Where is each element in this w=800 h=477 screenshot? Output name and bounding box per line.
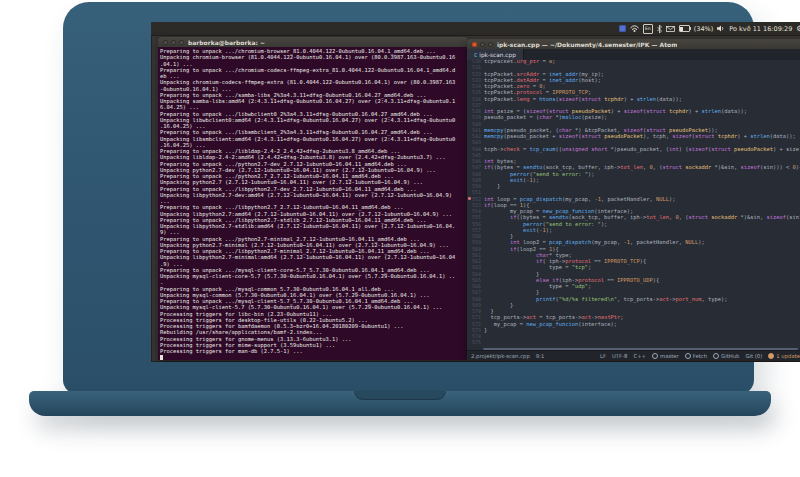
terminal-window: barborka@barborka: ~ Preparing to unpack… xyxy=(158,37,468,360)
atom-status-bar: 2.projekt/ipk-scan.cpp 9:1 LFUTF-8C++mas… xyxy=(467,350,800,360)
terminal-line: Preparing to unpack .../libwbclient0_2%3… xyxy=(160,111,468,117)
battery-icon[interactable] xyxy=(679,25,690,32)
status-item-git[interactable]: Git (0) xyxy=(745,353,762,359)
terminal-prompt-line xyxy=(160,354,468,360)
session-gear-icon[interactable]: ⚙ xyxy=(796,25,800,33)
terminal-line: Unpacking libldap-2.4-2:amd64 (2.4.42+df… xyxy=(160,154,468,160)
minimize-button[interactable] xyxy=(480,42,485,47)
atom-tab-bar: C ipk-scan.cpp xyxy=(467,49,800,60)
laptop-base-notch xyxy=(354,391,446,400)
package-update-icon xyxy=(768,353,774,359)
tab-label: ipk-scan.cpp xyxy=(479,52,516,58)
window-buttons xyxy=(472,42,493,47)
mail-icon[interactable] xyxy=(666,26,675,32)
terminal-line: Unpacking libpython2.7-dev:amd64 (2.7.12… xyxy=(160,192,468,198)
code-editor[interactable]: 530tcpPacket.urg_ptr = 0;531 532tcpPacke… xyxy=(467,60,800,351)
maximize-button[interactable] xyxy=(488,42,493,47)
status-item-line-ending[interactable]: LF xyxy=(600,353,606,359)
terminal-line: Preparing to unpack .../libsmbclient_2%3… xyxy=(160,129,468,135)
terminal-line: Unpacking python2.7 (2.7.12-1ubuntu0~16.… xyxy=(160,179,468,185)
status-file-path[interactable]: 2.projekt/ipk-scan.cpp xyxy=(471,353,530,359)
maximize-button[interactable] xyxy=(179,40,184,45)
atom-titlebar[interactable]: ipk-scan.cpp — ~/Dokumenty/4.semester/IP… xyxy=(467,39,800,49)
terminal-output[interactable]: Preparing to unpack .../chromium-browser… xyxy=(158,47,468,360)
terminal-titlebar[interactable]: barborka@barborka: ~ xyxy=(158,37,468,47)
terminal-line: Unpacking libpython2.7-minimal:amd64 (2.… xyxy=(160,254,468,260)
terminal-line: Unpacking mysql-client-5.7 (5.7.30-0ubun… xyxy=(160,304,468,310)
status-item-package-update[interactable]: 1 update xyxy=(768,353,800,359)
terminal-line: Unpacking chromium-codecs-ffmpeg-extra (… xyxy=(160,79,468,85)
code-line: 544tcph->check = tcp_csum((unsigned shor… xyxy=(467,146,800,152)
tab-ipk-scan[interactable]: C ipk-scan.cpp xyxy=(467,49,524,60)
git-branch-icon xyxy=(652,353,658,359)
terminal-cursor xyxy=(160,355,163,360)
indicator-area: En (34%) Po kvě 11 16:09:29 xyxy=(619,24,800,34)
status-item-sync[interactable]: Fetch xyxy=(685,353,707,359)
status-item-git-branch[interactable]: master xyxy=(652,353,679,359)
laptop-lid: En (34%) Po kvě 11 16:09:29 xyxy=(63,2,754,394)
window-buttons xyxy=(163,40,184,45)
status-item-github[interactable]: GitHub xyxy=(713,353,739,359)
terminal-line: Unpacking libwbclient0:amd64 (2:4.3.11+d… xyxy=(160,117,468,123)
bluetooth-icon[interactable] xyxy=(657,25,662,33)
screenshot-stage: En (34%) Po kvě 11 16:09:29 xyxy=(0,0,800,477)
atom-title: ipk-scan.cpp — ~/Dokumenty/4.semester/IP… xyxy=(497,41,677,48)
atom-window: ipk-scan.cpp — ~/Dokumenty/4.semester/IP… xyxy=(467,39,800,360)
terminal-line: Unpacking libpython2.7:amd64 (2.7.12-1ub… xyxy=(160,211,468,217)
close-button[interactable] xyxy=(472,42,477,47)
terminal-line: Unpacking samba-libs:amd64 (2:4.3.11+dfs… xyxy=(160,98,468,104)
code-line: 542memcpy(pseudo_packet + sizeof(struct … xyxy=(467,133,800,139)
terminal-line: Unpacking libpython2.7-stdlib:amd64 (2.7… xyxy=(160,223,468,229)
code-line: 575 xyxy=(467,339,800,345)
github-icon xyxy=(713,353,719,359)
clock[interactable]: Po kvě 11 16:09:29 xyxy=(729,25,792,33)
keyboard-layout-indicator[interactable]: En xyxy=(643,24,653,34)
terminal-line: Unpacking libsmbclient:amd64 (2:4.3.11+d… xyxy=(160,136,468,142)
terminal-line: Unpacking chromium-browser (81.0.4044.12… xyxy=(160,54,468,60)
laptop-screen: En (34%) Po kvě 11 16:09:29 xyxy=(151,22,800,362)
battery-percentage: (34%) xyxy=(694,25,714,33)
line-number: 575 xyxy=(467,339,484,345)
status-cursor-position[interactable]: 9:1 xyxy=(536,353,545,359)
lint-marker xyxy=(468,197,471,200)
terminal-title: barborka@barborka: ~ xyxy=(188,39,265,46)
cpp-file-icon: C xyxy=(474,52,477,58)
laptop-base xyxy=(29,391,771,416)
close-button[interactable] xyxy=(163,40,168,45)
sync-icon xyxy=(685,353,691,359)
input-method-icon[interactable] xyxy=(619,25,626,32)
system-top-panel: En (34%) Po kvě 11 16:09:29 xyxy=(151,22,800,36)
volume-icon[interactable] xyxy=(717,25,725,32)
status-item-grammar[interactable]: C++ xyxy=(633,353,646,359)
terminal-line: Unpacking mysql-client-core-5.7 (5.7.30-… xyxy=(160,273,468,279)
terminal-line: Preparing to unpack .../chromium-codecs-… xyxy=(160,67,468,73)
minimize-button[interactable] xyxy=(171,40,176,45)
status-item-encoding[interactable]: UTF-8 xyxy=(612,353,627,359)
wifi-icon[interactable] xyxy=(630,25,639,32)
